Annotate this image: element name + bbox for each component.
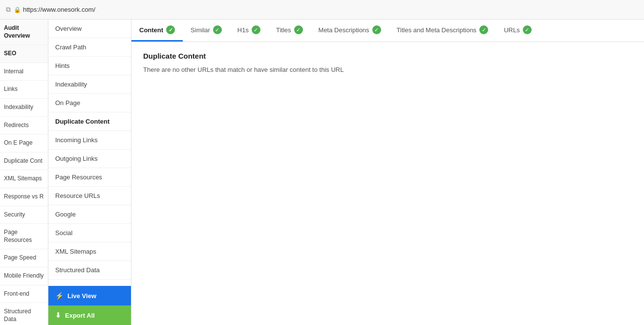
left-sidebar-item-on-e-page[interactable]: On E Page bbox=[0, 134, 48, 152]
left-sidebar: Audit OverviewSEOInternalLinksIndexabili… bbox=[0, 20, 48, 325]
left-sidebar-item-security[interactable]: Security bbox=[0, 206, 48, 224]
tab-label-titles: Titles bbox=[276, 26, 291, 34]
tab-check-icon-content: ✓ bbox=[166, 25, 175, 34]
mid-sidebar-item-hints[interactable]: Hints bbox=[48, 57, 131, 75]
left-sidebar-item-front-end[interactable]: Front-end bbox=[0, 285, 48, 303]
mid-sidebar-item-google[interactable]: Google bbox=[48, 205, 131, 224]
tab-titles[interactable]: Titles✓ bbox=[268, 20, 311, 42]
main-layout: Audit OverviewSEOInternalLinksIndexabili… bbox=[0, 20, 644, 325]
mid-sidebar-item-social[interactable]: Social bbox=[48, 224, 131, 242]
left-sidebar-item-seo[interactable]: SEO bbox=[0, 45, 48, 63]
tab-label-meta-descriptions: Meta Descriptions bbox=[319, 26, 369, 34]
external-link-icon: ⧉ bbox=[6, 5, 11, 14]
mid-sidebar-item-outgoing-links[interactable]: Outgoing Links bbox=[48, 150, 131, 168]
mid-sidebar-item-overview[interactable]: Overview bbox=[48, 20, 131, 38]
tab-label-content: Content bbox=[139, 26, 163, 34]
live-view-button[interactable]: ⚡ Live View bbox=[48, 286, 131, 305]
tab-content[interactable]: Content✓ bbox=[131, 20, 183, 42]
tab-label-h1s: H1s bbox=[237, 26, 249, 34]
tab-check-icon-urls: ✓ bbox=[523, 25, 532, 34]
mid-sidebar-item-structured-data[interactable]: Structured Data bbox=[48, 261, 131, 280]
tab-similar[interactable]: Similar✓ bbox=[183, 20, 230, 42]
left-sidebar-item-response-vs-r[interactable]: Response vs R bbox=[0, 188, 48, 206]
tab-check-icon-titles: ✓ bbox=[294, 25, 303, 34]
mid-sidebar-bottom: ⚡ Live View ⬇ Export All bbox=[48, 286, 131, 325]
mid-sidebar-items: OverviewCrawl PathHintsIndexabilityOn Pa… bbox=[48, 20, 131, 286]
mid-sidebar-item-on-page[interactable]: On Page bbox=[48, 94, 131, 112]
tab-titles-meta-descriptions[interactable]: Titles and Meta Descriptions✓ bbox=[389, 20, 496, 42]
mid-sidebar-item-duplicate-content[interactable]: Duplicate Content bbox=[48, 112, 131, 131]
export-all-label: Export All bbox=[65, 312, 95, 319]
tab-meta-descriptions[interactable]: Meta Descriptions✓ bbox=[311, 20, 389, 42]
mid-sidebar-item-incoming-links[interactable]: Incoming Links bbox=[48, 131, 131, 150]
export-all-button[interactable]: ⬇ Export All bbox=[48, 305, 131, 325]
tab-label-urls: URLs bbox=[504, 26, 520, 34]
left-sidebar-item-redirects[interactable]: Redirects bbox=[0, 117, 48, 135]
tabs-bar: Content✓Similar✓H1s✓Titles✓Meta Descript… bbox=[131, 20, 644, 42]
mid-sidebar-item-crawl-path[interactable]: Crawl Path bbox=[48, 38, 131, 57]
left-sidebar-item-xml-sitemaps[interactable]: XML Sitemaps bbox=[0, 170, 48, 188]
mid-sidebar: OverviewCrawl PathHintsIndexabilityOn Pa… bbox=[48, 20, 131, 325]
export-icon: ⬇ bbox=[55, 311, 61, 319]
tab-label-titles-meta-descriptions: Titles and Meta Descriptions bbox=[397, 26, 477, 34]
left-sidebar-item-page-speed[interactable]: Page Speed bbox=[0, 249, 48, 267]
mid-sidebar-item-xml-sitemaps[interactable]: XML Sitemaps bbox=[48, 242, 131, 261]
left-sidebar-item-links[interactable]: Links bbox=[0, 81, 48, 99]
left-sidebar-item-structured-data[interactable]: Structured Data bbox=[0, 303, 48, 325]
left-sidebar-item-internal[interactable]: Internal bbox=[0, 63, 48, 81]
left-sidebar-item-indexability[interactable]: Indexability bbox=[0, 99, 48, 117]
lightning-icon: ⚡ bbox=[55, 292, 64, 300]
lock-icon: 🔒 bbox=[14, 6, 21, 13]
left-sidebar-item-mobile-friendly[interactable]: Mobile Friendly bbox=[0, 267, 48, 285]
live-view-label: Live View bbox=[67, 292, 96, 300]
left-sidebar-item-page-resources[interactable]: Page Resources bbox=[0, 224, 48, 249]
tab-h1s[interactable]: H1s✓ bbox=[230, 20, 268, 42]
tab-label-similar: Similar bbox=[191, 26, 210, 34]
tab-urls[interactable]: URLs✓ bbox=[496, 20, 539, 42]
tab-check-icon-h1s: ✓ bbox=[252, 25, 260, 34]
mid-sidebar-item-page-resources[interactable]: Page Resources bbox=[48, 168, 131, 187]
main-content: Content✓Similar✓H1s✓Titles✓Meta Descript… bbox=[131, 20, 644, 325]
url-bar: ⧉ 🔒 bbox=[0, 0, 644, 20]
mid-sidebar-item-resource-urls[interactable]: Resource URLs bbox=[48, 187, 131, 205]
tab-check-icon-similar: ✓ bbox=[213, 25, 222, 34]
url-input[interactable] bbox=[23, 6, 638, 13]
tab-check-icon-meta-descriptions: ✓ bbox=[372, 25, 381, 34]
mid-sidebar-item-indexability[interactable]: Indexability bbox=[48, 75, 131, 94]
content-message: There are no other URLs that match or ha… bbox=[143, 66, 632, 73]
content-title: Duplicate Content bbox=[143, 52, 632, 60]
left-sidebar-item-duplicate-cont[interactable]: Duplicate Cont bbox=[0, 152, 48, 171]
left-sidebar-item-audit-overview[interactable]: Audit Overview bbox=[0, 20, 48, 45]
content-area: Duplicate Content There are no other URL… bbox=[131, 42, 644, 83]
tab-check-icon-titles-meta-descriptions: ✓ bbox=[479, 25, 488, 34]
mid-sidebar-item-html[interactable]: HTML bbox=[48, 280, 131, 286]
